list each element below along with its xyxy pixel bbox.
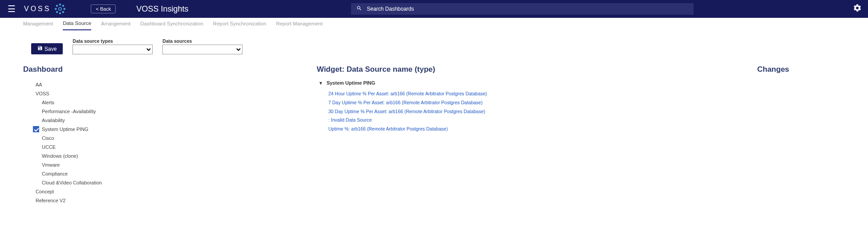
toolbar: Save Data source types Data sources	[0, 33, 868, 60]
tree-row[interactable]: Performance -Availability	[23, 107, 303, 116]
widget-item[interactable]: 30 Day Uptime % Per Asset: arb166 (Remot…	[328, 108, 744, 115]
save-button-label: Save	[44, 46, 57, 52]
changes-column: Changes	[757, 60, 845, 205]
menu-icon[interactable]: ☰	[6, 4, 17, 14]
tree-row[interactable]: System Uptime PING	[23, 125, 303, 134]
tree-row[interactable]: Compliance	[23, 169, 303, 178]
tree-row-label: Performance -Availability	[42, 109, 96, 114]
widget-list: 24 Hour Uptime % Per Asset: arb166 (Remo…	[317, 90, 744, 133]
tree-row-label: Concept	[36, 189, 54, 194]
tree-row[interactable]: Vmware	[23, 160, 303, 169]
tree-row-label: VOSS	[36, 91, 49, 96]
tree-row[interactable]: Reference V2	[23, 196, 303, 205]
svg-point-7	[57, 11, 58, 12]
widget-item[interactable]: 7 Day Uptime % Per Asset: arb166 (Remote…	[328, 99, 744, 106]
svg-point-2	[60, 12, 61, 14]
caret-down-icon: ▼	[319, 81, 323, 86]
search-container[interactable]	[351, 3, 694, 15]
tree-row-label: Reference V2	[36, 198, 65, 203]
widget-item[interactable]: Uptime %: arb166 (Remote Arbitrator Post…	[328, 125, 744, 133]
svg-point-0	[59, 8, 62, 11]
tree-row-label: Compliance	[42, 171, 68, 176]
widget-group-label: System Uptime PING	[327, 80, 375, 86]
svg-point-8	[63, 11, 64, 12]
tree-row[interactable]: Concept	[23, 187, 303, 196]
tab-dashboard-synchronization[interactable]: Dashboard Synchronization	[141, 21, 203, 30]
data-sources-select[interactable]	[162, 45, 242, 54]
tree-row-label: UCCE	[42, 144, 56, 150]
brand-logo-icon	[54, 3, 66, 15]
tree-row[interactable]: Windows (clone)	[23, 151, 303, 160]
tree-row[interactable]: Availability	[23, 116, 303, 125]
widget-column-title: Widget: Data Source name (type)	[317, 65, 744, 74]
tree-row[interactable]: UCCE	[23, 143, 303, 151]
widget-group-header[interactable]: ▼ System Uptime PING	[317, 80, 744, 86]
changes-column-title: Changes	[757, 65, 845, 74]
dashboard-column-title: Dashboard	[23, 65, 303, 74]
search-icon	[356, 5, 362, 12]
widget-item[interactable]: 24 Hour Uptime % Per Asset: arb166 (Remo…	[328, 90, 744, 98]
dashboard-tree: AAVOSSAlertsPerformance -AvailabilityAva…	[23, 80, 303, 205]
brand-logo: VOSS	[24, 3, 66, 15]
tab-arrangement[interactable]: Arrangement	[101, 21, 130, 30]
widget-item[interactable]: : Invalid Data Source	[328, 116, 744, 124]
tree-row-label: Alerts	[42, 100, 54, 105]
widget-column: Widget: Data Source name (type) ▼ System…	[317, 60, 744, 205]
tree-row-label: Availability	[42, 118, 65, 123]
data-sources-field: Data sources	[162, 38, 242, 54]
data-sources-label: Data sources	[162, 38, 242, 44]
dashboard-column: Dashboard AAVOSSAlertsPerformance -Avail…	[23, 60, 303, 205]
svg-point-6	[63, 5, 64, 7]
tree-row-label: Cloud &Video Collaboration	[42, 180, 102, 185]
tree-row[interactable]: Cloud &Video Collaboration	[23, 178, 303, 187]
tree-row[interactable]: Cisco	[23, 134, 303, 143]
main-columns: Dashboard AAVOSSAlertsPerformance -Avail…	[0, 60, 868, 223]
tab-report-synchronization[interactable]: Report Synchronization	[213, 21, 266, 30]
save-icon	[37, 45, 43, 52]
back-button[interactable]: < Back	[91, 4, 116, 13]
tree-row-label: Windows (clone)	[42, 153, 78, 159]
svg-point-1	[60, 4, 61, 5]
app-title: VOSS Insights	[136, 4, 188, 14]
tab-report-management[interactable]: Report Management	[276, 21, 323, 30]
svg-point-3	[55, 8, 57, 10]
save-button[interactable]: Save	[31, 43, 63, 54]
svg-point-5	[57, 5, 58, 7]
search-input[interactable]	[367, 6, 688, 12]
tree-row-label: AA	[36, 82, 42, 87]
tab-data-source[interactable]: Data Source	[63, 20, 91, 30]
gear-icon[interactable]	[853, 4, 862, 15]
tree-row-label: Vmware	[42, 162, 60, 168]
tree-row-label: Cisco	[42, 135, 54, 141]
checkbox[interactable]	[33, 126, 39, 132]
data-source-types-select[interactable]	[73, 45, 153, 54]
tab-management[interactable]: Management	[23, 21, 53, 30]
data-source-types-label: Data source types	[73, 38, 153, 44]
app-bar: ☰ VOSS < Back VOSS Insights	[0, 0, 868, 18]
tree-row[interactable]: VOSS	[23, 89, 303, 98]
brand-text: VOSS	[24, 5, 51, 13]
tree-row-label: System Uptime PING	[42, 127, 89, 132]
tree-row[interactable]: Alerts	[23, 98, 303, 107]
data-source-types-field: Data source types	[73, 38, 153, 54]
tab-strip: ManagementData SourceArrangementDashboar…	[0, 18, 868, 33]
tree-row[interactable]: AA	[23, 80, 303, 89]
svg-point-4	[64, 8, 65, 10]
